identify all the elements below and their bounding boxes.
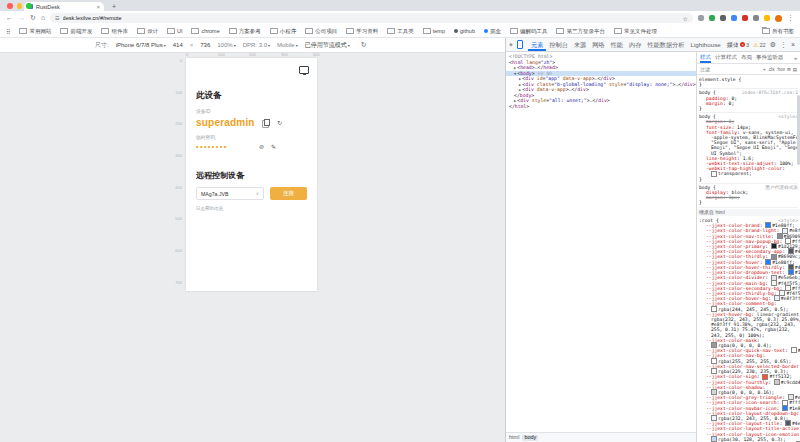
- filter-input[interactable]: 过滤: [700, 66, 710, 72]
- profile-avatar[interactable]: [775, 15, 782, 22]
- devtools-tab-4[interactable]: 性能: [608, 38, 626, 51]
- address-bar[interactable]: ☲ desk.lexilve.cn/#/remote ☆: [50, 13, 693, 23]
- inspect-element-icon[interactable]: ⌖: [509, 41, 513, 49]
- css-source-link[interactable]: index-8f6c31bf.css:1: [739, 90, 798, 95]
- devtools-menu-icon[interactable]: ⋮: [780, 41, 787, 49]
- viewport-height[interactable]: 736: [200, 42, 210, 48]
- css-value-wrap[interactable]: 255, 0.31) 75.47%, rgba(232,: [699, 327, 798, 332]
- filter-control[interactable]: +: [763, 67, 766, 72]
- bookmark-item[interactable]: 常用网站: [19, 28, 51, 35]
- bookmark-item[interactable]: 常见文件处理: [614, 28, 657, 35]
- breadcrumb-item[interactable]: body: [522, 435, 538, 441]
- bookmark-item[interactable]: temp: [423, 28, 445, 35]
- refresh-icon[interactable]: ↻: [277, 119, 282, 126]
- browser-menu-icon[interactable]: ⋮: [787, 14, 794, 22]
- extension-icon[interactable]: [742, 15, 748, 21]
- styles-tab[interactable]: 事件监听器: [756, 52, 784, 63]
- footer-link[interactable]: 日志帮助信息: [196, 206, 307, 211]
- forward-icon[interactable]: →: [18, 14, 25, 22]
- tab-close-icon[interactable]: ×: [96, 4, 100, 10]
- expand-arrow-icon[interactable]: ▶: [514, 98, 516, 103]
- styles-tab[interactable]: 样式: [700, 52, 711, 63]
- color-swatch[interactable]: [711, 171, 717, 177]
- zoom-select[interactable]: 100%▾: [217, 42, 235, 48]
- expand-arrow-icon[interactable]: ▶: [514, 65, 516, 70]
- filter-control[interactable]: .cls: [768, 67, 775, 72]
- bookmark-item[interactable]: 第三方登录平台: [556, 28, 605, 35]
- device-select[interactable]: iPhone 6/7/8 Plus▾: [116, 42, 166, 48]
- expand-arrow-icon[interactable]: ▶: [519, 87, 521, 92]
- bookmark-item[interactable]: 学习资料: [346, 28, 378, 35]
- devtools-tab-8[interactable]: 媒体: [724, 38, 738, 51]
- home-icon[interactable]: ⌂: [41, 14, 45, 22]
- color-swatch[interactable]: [782, 228, 788, 234]
- throttle-select[interactable]: 已停用节流模式▾: [305, 41, 350, 50]
- extension-icon[interactable]: [764, 15, 770, 21]
- bookmark-item[interactable]: 设计: [137, 28, 158, 35]
- css-selector[interactable]: element.style {: [699, 77, 741, 82]
- back-icon[interactable]: ←: [6, 14, 13, 22]
- site-info-icon[interactable]: ☲: [55, 15, 59, 21]
- bookmark-item[interactable]: chrome: [191, 28, 219, 35]
- color-swatch[interactable]: [791, 347, 797, 353]
- filter-control[interactable]: :hov: [776, 67, 785, 72]
- extension-icon[interactable]: [731, 15, 737, 21]
- bookmark-item[interactable]: 公司项目: [305, 28, 337, 35]
- devtools-tab-2[interactable]: 来源: [571, 38, 589, 51]
- rotate-icon[interactable]: ↻: [361, 41, 367, 49]
- copy-icon[interactable]: [264, 119, 270, 126]
- expand-arrow-icon[interactable]: ▶: [519, 82, 521, 87]
- minimize-window-icon[interactable]: [17, 3, 23, 9]
- bookmark-item[interactable]: 工具类: [387, 28, 414, 35]
- remote-device-select[interactable]: MAg7a.JVB ∨: [196, 187, 264, 200]
- reload-icon[interactable]: ↻: [30, 14, 36, 22]
- error-badge[interactable]: × 3: [740, 42, 749, 48]
- extension-icon[interactable]: [709, 15, 715, 21]
- css-value-wrap[interactable]: Emoji", "Segoe UI Emoji", "Segoe: [699, 145, 798, 150]
- maximize-window-icon[interactable]: [26, 3, 32, 9]
- styles-tab[interactable]: 计算样式: [715, 52, 737, 63]
- eye-off-icon[interactable]: ⊘: [259, 143, 264, 150]
- bookmark-item[interactable]: 前端开发: [60, 28, 92, 35]
- breadcrumb-item[interactable]: html: [509, 435, 519, 441]
- bookmark-item[interactable]: 编解码工具: [510, 28, 548, 35]
- grid-toggle-icon[interactable]: ⊞: [787, 67, 791, 72]
- devtools-tab-1[interactable]: 控制台: [546, 38, 571, 51]
- edit-icon[interactable]: ✎: [271, 143, 276, 150]
- screen-share-icon[interactable]: [299, 66, 309, 74]
- bookmark-item[interactable]: UI: [167, 28, 183, 35]
- extension-icon[interactable]: [698, 15, 704, 21]
- devtools-close-icon[interactable]: ×: [791, 41, 795, 48]
- expand-arrow-icon[interactable]: ▼: [514, 71, 516, 76]
- dpr-select[interactable]: DPR: 3.0▾: [243, 42, 270, 48]
- bookmark-item[interactable]: 组件库: [101, 28, 128, 35]
- new-tab-button[interactable]: +: [112, 3, 116, 10]
- extension-icon[interactable]: [720, 15, 726, 21]
- bookmark-item[interactable]: 小程序: [270, 28, 297, 35]
- close-window-icon[interactable]: [7, 3, 13, 9]
- all-bookmarks-folder[interactable]: 所有书签: [762, 28, 794, 35]
- bookmark-star-icon[interactable]: ☆: [683, 15, 688, 22]
- extension-icon[interactable]: [753, 15, 759, 21]
- color-swatch[interactable]: [774, 379, 780, 385]
- browser-tab[interactable]: RustDesk ×: [24, 2, 104, 11]
- window-controls[interactable]: [7, 3, 32, 9]
- devtools-tab-elements[interactable]: 元素: [528, 38, 546, 51]
- expand-arrow-icon[interactable]: ▶: [519, 76, 521, 81]
- settings-gear-icon[interactable]: ⚙: [770, 41, 776, 49]
- devtools-tab-6[interactable]: 性能数据分析: [644, 38, 687, 51]
- more-tabs-icon[interactable]: »: [794, 55, 797, 61]
- css-source-link[interactable]: <style>: [775, 114, 798, 119]
- url-text[interactable]: desk.lexilve.cn/#/remote: [63, 15, 680, 21]
- warning-badge[interactable]: ⚠ 22: [753, 42, 766, 48]
- connect-button[interactable]: 连接: [270, 187, 307, 200]
- devtools-tab-3[interactable]: 网络: [589, 38, 607, 51]
- css-source-link[interactable]: 用户代理样式表: [762, 185, 798, 190]
- color-swatch[interactable]: [771, 254, 777, 260]
- bookmark-item[interactable]: 掘金: [484, 28, 501, 35]
- device-toolbar-toggle-icon[interactable]: [517, 40, 523, 49]
- bookmark-item[interactable]: github: [454, 28, 475, 35]
- apps-grid-icon[interactable]: ⠿: [6, 28, 10, 35]
- device-type-select[interactable]: Mobile▾: [277, 42, 298, 48]
- viewport-width[interactable]: 414: [173, 42, 183, 48]
